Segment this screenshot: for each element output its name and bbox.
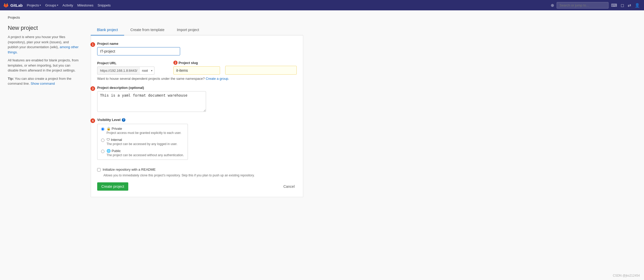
main-form: Blank project Create from template Impor…	[91, 25, 303, 197]
project-name-input[interactable]	[97, 47, 180, 55]
visibility-internal-label: 🛡 Internal	[107, 138, 178, 142]
button-row: 5 Create project Cancel	[97, 182, 297, 191]
visibility-private-desc: Project access must be granted explicitl…	[107, 131, 181, 135]
show-command-link[interactable]: Show command	[31, 82, 55, 85]
url-group: https://192.168.1.8:8443/ root	[97, 67, 168, 75]
brand-text: GitLab	[10, 3, 23, 8]
user-avatar[interactable]: 👤	[634, 2, 641, 9]
init-readme-checkbox-row: Initialize repository with a README	[97, 168, 297, 171]
tab-blank-project[interactable]: Blank project	[91, 25, 124, 35]
visibility-private-label: 🔒 Private	[107, 127, 181, 131]
create-group-link[interactable]: Create a group.	[206, 77, 229, 81]
visibility-internal-radio[interactable]	[101, 139, 104, 142]
visibility-public-label: 🌐 Public	[107, 149, 184, 153]
sidebar-description: A project is where you house your files …	[8, 34, 80, 55]
tab-import-project[interactable]: Import project	[171, 25, 205, 35]
step-3-badge: 3	[90, 86, 95, 91]
merge-requests-icon[interactable]: ⇄	[627, 2, 632, 9]
step-1-badge: 1	[90, 42, 95, 47]
init-readme-desc: Allows you to immediately clone this pro…	[97, 174, 297, 177]
groups-dropdown-icon: ▾	[57, 4, 58, 6]
gitlab-icon	[3, 2, 9, 8]
lock-icon: 🔒	[107, 127, 111, 131]
global-search-input[interactable]	[557, 2, 608, 9]
nav-milestones[interactable]: Milestones	[77, 3, 93, 7]
url-prefix-text: https://192.168.1.8:8443/	[97, 67, 140, 75]
issues-icon[interactable]: ◻	[620, 2, 625, 9]
visibility-internal-desc: The project can be accessed by any logge…	[107, 142, 178, 146]
nav-activity[interactable]: Activity	[62, 3, 73, 7]
keyboard-shortcut-icon[interactable]: ⌨	[610, 2, 618, 9]
tab-create-from-template[interactable]: Create from template	[124, 25, 171, 35]
cancel-button[interactable]: Cancel	[281, 182, 297, 191]
nav-snippets[interactable]: Snippets	[97, 3, 111, 7]
visibility-public-radio[interactable]	[101, 150, 104, 153]
slug-group: 2 Project slug	[173, 61, 220, 75]
init-readme-label[interactable]: Initialize repository with a README	[103, 168, 155, 171]
visibility-private-radio[interactable]	[101, 127, 104, 131]
project-slug-input[interactable]	[173, 66, 220, 75]
visibility-legend: Visibility Level ?	[97, 118, 125, 122]
project-description-input[interactable]: This is a yaml format document warehouse	[97, 91, 206, 112]
namespace-select[interactable]: root	[140, 67, 154, 75]
visibility-public-desc: The project can be accessed without any …	[107, 153, 184, 157]
namespace-wrapper: root	[140, 67, 154, 75]
project-description-label: Project description (optional)	[97, 86, 144, 90]
shield-icon: 🛡	[107, 138, 110, 142]
visibility-help-icon[interactable]: ?	[122, 118, 125, 122]
step-4-badge: 4	[90, 118, 95, 123]
visibility-section: 4 Visibility Level ? 🔒	[97, 118, 297, 162]
visibility-internal-option: 🛡 Internal The project can be accessed b…	[101, 138, 184, 146]
url-slug-section: Project URL https://192.168.1.8:8443/ ro…	[97, 61, 297, 81]
visibility-fieldset: 🔒 Private Project access must be granted…	[97, 124, 188, 160]
init-readme-checkbox[interactable]	[97, 168, 101, 171]
sidebar-tip: Tip: You can also create a project from …	[8, 76, 80, 86]
tab-bar: Blank project Create from template Impor…	[91, 25, 303, 35]
project-description-section: 3 Project description (optional) This is…	[97, 86, 297, 113]
sidebar-description-2: All features are enabled for blank proje…	[8, 58, 80, 73]
nav-groups[interactable]: Groups ▾	[45, 3, 58, 7]
breadcrumb: Projects	[8, 16, 303, 19]
brand-logo[interactable]: GitLab	[3, 2, 23, 8]
project-url-label: Project URL	[97, 61, 168, 65]
page-title: New project	[8, 25, 80, 31]
slug-label: 2 Project slug	[173, 61, 220, 65]
navbar: GitLab Projects ▾ Groups ▾ Activity Mile…	[0, 0, 644, 10]
nav-projects[interactable]: Projects ▾	[27, 3, 41, 7]
namespace-hint: Want to house several dependent projects…	[97, 77, 297, 81]
step-2-badge: 2	[173, 61, 178, 65]
new-item-icon[interactable]: ⊕	[550, 2, 555, 9]
globe-icon: 🌐	[107, 149, 111, 153]
visibility-private-option: 🔒 Private Project access must be granted…	[101, 127, 184, 135]
project-name-section: 1 Project name	[97, 42, 297, 55]
project-name-label: Project name	[97, 42, 118, 46]
nav-right-icons: ⊕ ⌨ ◻ ⇄ 👤	[550, 2, 641, 9]
left-sidebar: New project A project is where you house…	[8, 25, 80, 197]
visibility-public-option: 🌐 Public The project can be accessed wit…	[101, 149, 184, 157]
create-project-button[interactable]: Create project	[97, 182, 128, 191]
slug-extension-area	[225, 66, 297, 75]
projects-dropdown-icon: ▾	[40, 4, 41, 6]
init-readme-section: Initialize repository with a README Allo…	[97, 168, 297, 177]
form-container: 1 Project name Project URL https://192.1…	[91, 35, 303, 197]
